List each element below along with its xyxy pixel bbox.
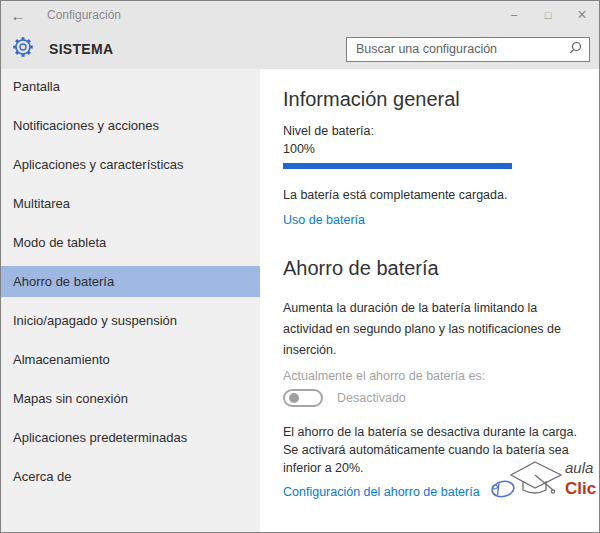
search-icon[interactable] xyxy=(569,40,582,58)
graduation-cap-icon xyxy=(511,462,561,493)
battery-level-value: 100% xyxy=(283,140,581,158)
sidebar-item-pantalla[interactable]: Pantalla xyxy=(1,71,260,102)
main-panel: Información general Nivel de batería: 10… xyxy=(260,69,599,533)
sidebar-item-modo-tableta[interactable]: Modo de tableta xyxy=(1,227,260,258)
toggle-state-label: Desactivado xyxy=(337,391,406,405)
logo-text-aula: aula xyxy=(565,459,593,476)
back-arrow-icon: ← xyxy=(11,7,26,24)
sidebar-item-mapas[interactable]: Mapas sin conexión xyxy=(1,383,260,414)
section-heading-saver: Ahorro de batería xyxy=(283,255,581,281)
sidebar-item-almacenamiento[interactable]: Almacenamiento xyxy=(1,344,260,375)
page-title: SISTEMA xyxy=(49,41,346,57)
logo-text-clic: Clic xyxy=(565,479,596,498)
saver-toggle-row: Desactivado xyxy=(283,388,581,408)
page-header: SISTEMA xyxy=(1,29,599,69)
sidebar-item-notificaciones[interactable]: Notificaciones y acciones xyxy=(1,110,260,141)
sidebar-item-inicio-apagado[interactable]: Inicio/apagado y suspensión xyxy=(1,305,260,336)
battery-progress-bar xyxy=(283,163,512,169)
sidebar-item-acerca-de[interactable]: Acerca de xyxy=(1,461,260,492)
minimize-icon: − xyxy=(510,8,518,23)
sidebar-item-ahorro-bateria[interactable]: Ahorro de batería xyxy=(1,266,260,297)
minimize-button[interactable]: − xyxy=(497,1,531,29)
window-title: Configuración xyxy=(47,8,497,22)
section-heading-info: Información general xyxy=(283,86,581,112)
aulaclic-logo: aula Clic xyxy=(489,452,597,508)
battery-level-text: Nivel de batería: xyxy=(283,122,581,140)
maximize-icon: □ xyxy=(545,9,552,21)
battery-status-text: La batería está completamente cargada. xyxy=(283,186,581,204)
sidebar-item-aplicaciones-caracteristicas[interactable]: Aplicaciones y características xyxy=(1,149,260,180)
search-box xyxy=(346,37,590,62)
sidebar: Pantalla Notificaciones y acciones Aplic… xyxy=(1,69,260,533)
content-area: Pantalla Notificaciones y acciones Aplic… xyxy=(1,69,599,533)
search-input[interactable] xyxy=(347,42,569,56)
saver-settings-link[interactable]: Configuración del ahorro de batería xyxy=(283,483,480,501)
close-button[interactable]: × xyxy=(565,1,599,29)
maximize-button[interactable]: □ xyxy=(531,1,565,29)
back-button[interactable]: ← xyxy=(1,7,35,24)
battery-saver-toggle[interactable] xyxy=(283,389,323,407)
battery-progress-fill xyxy=(283,163,512,169)
sidebar-item-multitarea[interactable]: Multitarea xyxy=(1,188,260,219)
battery-usage-link[interactable]: Uso de batería xyxy=(283,211,365,229)
mouse-icon xyxy=(491,479,516,498)
saver-current-state-label: Actualmente el ahorro de batería es: xyxy=(283,368,581,385)
gear-icon xyxy=(12,36,34,62)
close-icon: × xyxy=(577,6,586,24)
settings-window: ← Configuración − □ × xyxy=(0,0,600,533)
window-controls: − □ × xyxy=(497,1,599,29)
saver-description: Aumenta la duración de la batería limita… xyxy=(283,298,581,361)
toggle-knob xyxy=(289,393,299,403)
titlebar: ← Configuración − □ × xyxy=(1,1,599,29)
battery-level-label: Nivel de batería: 100% xyxy=(283,122,581,158)
sidebar-item-aplicaciones-predeterminadas[interactable]: Aplicaciones predeterminadas xyxy=(1,422,260,453)
